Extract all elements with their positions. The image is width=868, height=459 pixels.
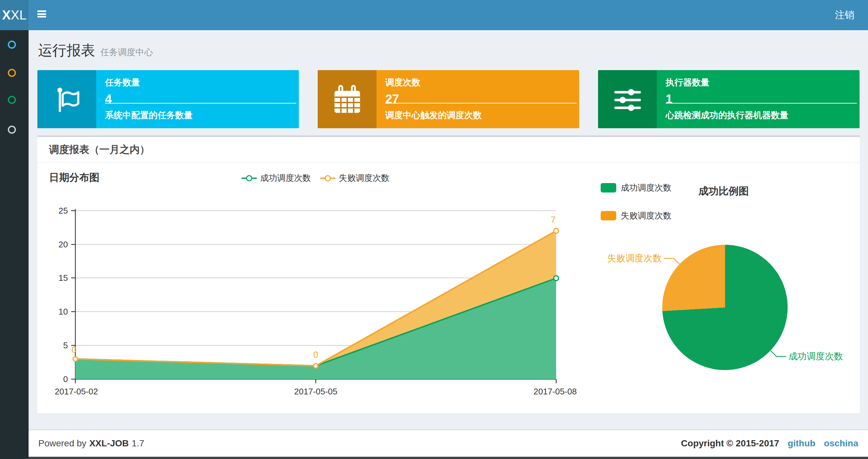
info-box-title: 执行器数量 — [665, 76, 856, 88]
x-tick: 2017-05-02 — [55, 387, 98, 396]
pie-callout-success: 成功调度次数 — [788, 351, 843, 361]
sidebar-toggle-icon[interactable] — [37, 10, 46, 20]
info-box-body: 执行器数量 1 心跳检测成功的执行器机器数量 — [657, 70, 860, 128]
sidebar-item-3[interactable] — [8, 96, 16, 104]
x-tick: 2017-05-08 — [534, 387, 577, 396]
info-box-caption: 系统中配置的任务数量 — [105, 109, 193, 121]
info-box-caption: 调度中心触发的调度次数 — [385, 109, 482, 121]
footer: Powered by XXL-JOB 1.7 Copyright © 2015-… — [29, 429, 868, 457]
logout-button[interactable]: 注销 — [821, 0, 868, 30]
info-box-value: 1 — [665, 92, 856, 106]
point-label: 0 — [71, 345, 76, 355]
powered-by-text: Powered by — [38, 438, 86, 449]
charts-canvas: 0 5 10 15 20 25 2017-05-02 2017-05-05 20… — [37, 137, 860, 415]
info-box-title: 任务数量 — [105, 76, 296, 88]
footer-powered: Powered by XXL-JOB 1.7 — [38, 438, 144, 449]
product-version: 1.7 — [131, 438, 144, 449]
marker-fail — [73, 357, 78, 361]
info-box-triggers: 调度次数 27 调度中心触发的调度次数 — [318, 70, 579, 128]
sliders-icon — [598, 70, 657, 128]
info-box-caption: 心跳检测成功的执行器机器数量 — [665, 109, 788, 121]
divider — [105, 103, 296, 103]
app-logo[interactable]: XXL — [0, 0, 29, 30]
x-tick: 2017-05-05 — [294, 387, 338, 396]
y-tick: 20 — [59, 239, 68, 249]
point-label: 0 — [313, 350, 318, 360]
oschina-link[interactable]: oschina — [824, 438, 858, 449]
circle-o-icon — [8, 96, 16, 104]
page-header: 运行报表 任务调度中心 — [38, 41, 153, 60]
marker-fail — [313, 364, 318, 368]
window-bottom-edge — [0, 457, 868, 459]
y-axis-labels: 0 5 10 15 20 25 — [59, 206, 68, 384]
divider — [665, 103, 857, 103]
circle-o-icon — [8, 69, 16, 77]
github-link[interactable]: github — [788, 438, 816, 449]
y-tick: 0 — [63, 374, 68, 384]
info-box-value: 27 — [385, 92, 576, 106]
pie-slice-fail — [662, 245, 725, 311]
sidebar-item-1[interactable] — [8, 40, 16, 49]
hamburger-bar — [37, 16, 46, 18]
flag-icon — [37, 70, 96, 128]
pie-chart: 失败调度次数 成功调度次数 — [607, 245, 843, 370]
x-axis-labels: 2017-05-02 2017-05-05 2017-05-08 — [55, 387, 577, 396]
page-subtitle: 任务调度中心 — [100, 46, 153, 58]
y-tick: 5 — [63, 340, 68, 350]
info-box-executors: 执行器数量 1 心跳检测成功的执行器机器数量 — [598, 70, 860, 128]
logo-text-bold: X — [2, 8, 11, 23]
circle-o-icon — [8, 126, 16, 134]
info-box-body: 调度次数 27 调度中心触发的调度次数 — [376, 70, 579, 128]
info-box-title: 调度次数 — [385, 76, 576, 88]
logo-text-rest: XL — [11, 8, 27, 23]
pie-label-line-success — [771, 351, 786, 356]
circle-o-icon — [8, 40, 16, 49]
page-title: 运行报表 — [38, 41, 95, 60]
y-tick: 25 — [59, 206, 68, 216]
divider — [385, 103, 577, 103]
info-box-value: 4 — [105, 92, 296, 106]
sidebar-item-4[interactable] — [8, 126, 16, 134]
pie-label-line-fail — [664, 258, 680, 264]
calendar-icon — [318, 70, 376, 128]
pie-callout-fail: 失败调度次数 — [607, 253, 662, 263]
y-tick: 10 — [59, 307, 68, 317]
top-navbar: XXL 注销 — [0, 0, 868, 30]
footer-copyright: Copyright © 2015-2017 github oschina — [681, 438, 858, 449]
report-panel: 调度报表（一月之内） 日期分布图 成功调度次数 失败调度次数 成功比例图 成功调… — [37, 135, 860, 414]
y-tick: 15 — [59, 273, 68, 283]
sidebar-item-2[interactable] — [8, 69, 16, 77]
info-box-body: 任务数量 4 系统中配置的任务数量 — [96, 70, 299, 128]
copyright-text: Copyright © 2015-2017 — [681, 438, 779, 449]
point-label: 7 — [551, 215, 556, 225]
hamburger-bar — [37, 13, 46, 15]
marker-success — [554, 276, 559, 281]
sidebar — [0, 30, 29, 459]
info-box-jobs: 任务数量 4 系统中配置的任务数量 — [37, 70, 299, 128]
product-name: XXL-JOB — [89, 438, 129, 449]
hamburger-bar — [37, 10, 46, 12]
marker-fail — [554, 229, 559, 233]
